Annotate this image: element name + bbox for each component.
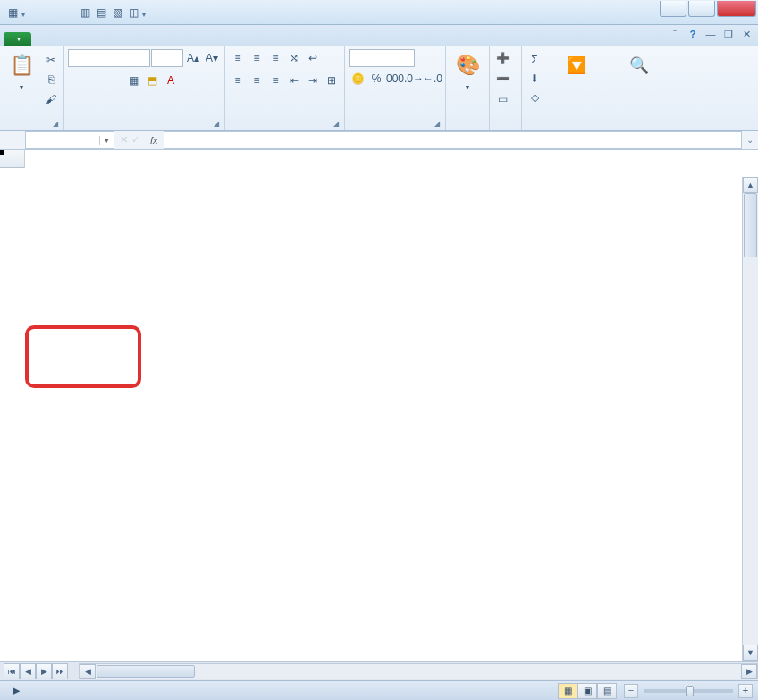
spreadsheet-grid [0, 150, 758, 700]
scroll-down-icon[interactable]: ▼ [743, 645, 758, 661]
view-layout-icon[interactable]: ▣ [577, 683, 597, 699]
align-center-icon[interactable]: ≡ [248, 72, 265, 89]
fill-handle[interactable] [0, 150, 4, 155]
find-select-button[interactable]: 🔍 [610, 49, 669, 83]
align-bottom-icon[interactable]: ≡ [266, 49, 284, 67]
font-launcher-icon[interactable]: ◢ [214, 120, 219, 128]
enter-formula-icon[interactable]: ✓ [131, 134, 139, 146]
increase-decimal-icon[interactable]: .0→ [405, 70, 423, 88]
horizontal-scrollbar[interactable]: ◀ ▶ [79, 663, 758, 679]
clipboard-launcher-icon[interactable]: ◢ [53, 120, 58, 128]
align-middle-icon[interactable]: ≡ [248, 49, 265, 67]
increase-indent-icon[interactable]: ⇥ [304, 72, 322, 89]
minimize-ribbon-icon[interactable]: ˆ [669, 29, 681, 41]
view-pagebreak-icon[interactable]: ▤ [597, 683, 617, 699]
zoom-slider-thumb[interactable] [686, 686, 694, 696]
styles-button[interactable]: 🎨 ▾ [450, 49, 485, 93]
scroll-right-icon[interactable]: ▶ [741, 664, 757, 679]
grid-rows [0, 168, 758, 700]
qat-extra-2-icon[interactable]: ▤ [94, 5, 108, 20]
macro-record-icon[interactable]: ▶ [13, 685, 20, 696]
hscroll-track[interactable] [196, 664, 741, 679]
merge-icon[interactable]: ⊞ [323, 72, 341, 89]
underline-button[interactable] [105, 72, 123, 89]
percent-icon[interactable]: % [367, 70, 385, 88]
number-format-combo[interactable] [349, 49, 415, 67]
font-color-icon[interactable]: A [162, 72, 180, 89]
qat-menu-icon[interactable]: ▾ [21, 6, 28, 19]
view-normal-icon[interactable]: ▦ [558, 683, 577, 699]
name-box[interactable]: ▾ [25, 131, 114, 149]
format-painter-icon[interactable]: 🖌 [42, 90, 60, 108]
workbook-close-icon[interactable]: ✕ [740, 29, 753, 41]
workbook-minimize-icon[interactable]: — [704, 29, 717, 41]
column-headers [0, 150, 758, 168]
decrease-decimal-icon[interactable]: ←.0 [424, 70, 442, 88]
maximize-button[interactable] [688, 1, 715, 17]
fill-icon[interactable]: ⬇ [526, 70, 543, 88]
excel-window: ▦ ▾ ▥ ▤ ▧ ◫ ▾ ▾ ˆ [0, 0, 758, 700]
italic-button[interactable] [87, 72, 105, 89]
sheet-nav-next-icon[interactable]: ▶ [36, 663, 52, 679]
bold-button[interactable] [68, 72, 86, 89]
paste-button[interactable]: 📋 ▾ [4, 49, 39, 93]
sheet-nav-first-icon[interactable]: ⏮ [4, 663, 20, 679]
align-launcher-icon[interactable]: ◢ [333, 120, 339, 128]
file-tab[interactable]: ▾ [4, 32, 31, 46]
align-right-icon[interactable]: ≡ [266, 72, 284, 89]
name-box-drop-icon[interactable]: ▾ [99, 136, 114, 145]
qat-extra-3-icon[interactable]: ▧ [110, 5, 124, 20]
fill-color-icon[interactable]: ⬒ [143, 72, 161, 89]
delete-cells-icon[interactable]: ➖ [493, 70, 511, 88]
increase-font-icon[interactable]: A▴ [184, 49, 202, 67]
group-number: 🪙 % 000 .0→ ←.0 ◢ [345, 46, 446, 130]
minimize-button[interactable] [660, 1, 686, 17]
border-icon[interactable]: ▦ [124, 72, 142, 89]
scroll-up-icon[interactable]: ▲ [743, 177, 758, 193]
clear-icon[interactable]: ◇ [526, 89, 543, 106]
number-launcher-icon[interactable]: ◢ [434, 120, 440, 128]
decrease-indent-icon[interactable]: ⇤ [285, 72, 303, 89]
currency-icon[interactable]: 🪙 [349, 70, 366, 88]
undo-icon[interactable] [46, 5, 60, 20]
align-top-icon[interactable]: ≡ [229, 49, 247, 67]
formula-input[interactable] [164, 131, 742, 149]
group-styles: 🎨 ▾ [446, 46, 490, 130]
qat-customize-icon[interactable]: ▾ [142, 6, 148, 19]
workbook-restore-icon[interactable]: ❐ [722, 29, 735, 41]
sheet-nav-prev-icon[interactable]: ◀ [20, 663, 36, 679]
paste-drop-icon[interactable]: ▾ [20, 83, 23, 91]
autosum-icon[interactable]: Σ [526, 51, 543, 69]
redo-icon[interactable] [62, 5, 76, 20]
ribbon-tabs: ▾ ˆ ? — ❐ ✕ [0, 25, 758, 46]
cancel-formula-icon[interactable]: ✕ [120, 134, 128, 146]
zoom-out-button[interactable]: − [624, 684, 638, 698]
decrease-font-icon[interactable]: A▾ [203, 49, 221, 67]
zoom-slider[interactable] [644, 689, 733, 693]
scroll-left-icon[interactable]: ◀ [80, 664, 96, 679]
align-left-icon[interactable]: ≡ [229, 72, 247, 89]
sheet-nav-last-icon[interactable]: ⏭ [52, 663, 68, 679]
copy-icon[interactable]: ⎘ [42, 71, 60, 89]
qat-extra-1-icon[interactable]: ▥ [78, 5, 92, 20]
orientation-icon[interactable]: ⤭ [285, 49, 303, 67]
fx-icon[interactable]: fx [145, 135, 164, 146]
vertical-scrollbar[interactable]: ▲ ▼ [742, 177, 758, 661]
close-button[interactable] [717, 1, 756, 17]
hscroll-thumb[interactable] [97, 665, 195, 678]
wrap-text-icon[interactable]: ↩ [304, 49, 322, 67]
font-name-combo[interactable] [68, 49, 150, 67]
zoom-in-button[interactable]: + [738, 684, 753, 698]
save-icon[interactable] [29, 5, 44, 20]
file-tab-drop-icon: ▾ [17, 35, 21, 43]
vscroll-thumb[interactable] [744, 193, 757, 257]
comma-icon[interactable]: 000 [386, 70, 404, 88]
insert-cells-icon[interactable]: ➕ [493, 49, 511, 67]
cut-icon[interactable]: ✂ [42, 51, 60, 69]
format-cells-icon[interactable]: ▭ [493, 90, 511, 108]
expand-formula-bar-icon[interactable]: ⌄ [742, 135, 758, 145]
font-size-combo[interactable] [151, 49, 183, 67]
sort-filter-button[interactable]: 🔽 [546, 49, 607, 83]
qat-extra-4-icon[interactable]: ◫ [126, 5, 140, 20]
help-icon[interactable]: ? [686, 29, 699, 41]
